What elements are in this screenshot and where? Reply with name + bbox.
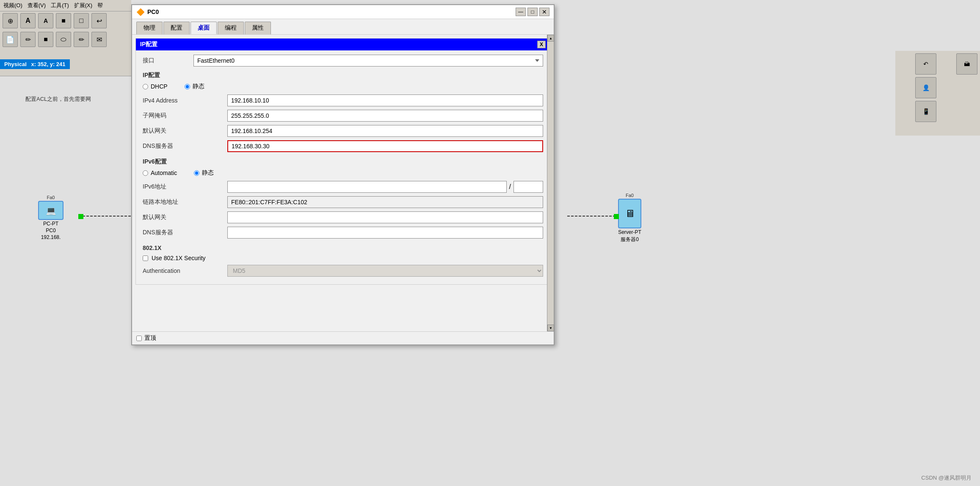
ipv4-input[interactable]	[227, 94, 543, 106]
menu-tools[interactable]: 工具(T)	[51, 2, 69, 9]
toolbar-btn-doc[interactable]: 📄	[3, 32, 18, 47]
ipv6-auto-option[interactable]: Automatic	[143, 169, 177, 176]
tab-config[interactable]: 配置	[163, 22, 190, 34]
subnet-input[interactable]	[227, 110, 543, 122]
toolbar-btn-a1[interactable]: A	[20, 13, 36, 28]
rt-btn-1[interactable]: ↶	[915, 53, 936, 75]
pc-node[interactable]: Fa0 💻 PC-PT PC0 192.168.	[38, 195, 63, 240]
pc-port-label: Fa0	[47, 195, 55, 200]
toolbar-btn-network[interactable]: ⊕	[3, 13, 18, 28]
ip-radio-row: DHCP 静态	[143, 83, 543, 90]
dialog-footer: 置顶	[132, 331, 554, 344]
toolbar-btn-pen2[interactable]: ✏	[74, 32, 89, 47]
rt-btn-3[interactable]: 📱	[915, 101, 936, 122]
menu-extend[interactable]: 扩展(X)	[74, 2, 92, 9]
minimize-button[interactable]: —	[516, 8, 526, 16]
maximize-button[interactable]: □	[527, 8, 538, 16]
ipv6-addr-input[interactable]	[227, 181, 507, 193]
server-node[interactable]: Fa0 🖥 Server-PT 服务器0	[618, 193, 641, 243]
rt-btn-2[interactable]: 👤	[915, 77, 936, 98]
ipv6-slash: /	[509, 183, 511, 191]
dot1x-checkbox[interactable]	[143, 255, 148, 261]
ipv6-link-input	[227, 196, 543, 208]
scrollbar-up-button[interactable]: ▲	[547, 35, 554, 42]
ipv6-gateway-input[interactable]	[227, 211, 543, 223]
tab-properties[interactable]: 属性	[245, 22, 271, 34]
dhcp-radio[interactable]	[143, 84, 148, 89]
pc-label2: PC0	[46, 228, 55, 233]
menu-video[interactable]: 视频(O)	[3, 2, 22, 9]
auth-label: Authentication	[143, 267, 227, 274]
toolbar-btn-rect[interactable]: □	[74, 13, 89, 28]
server-label2: 服务器0	[621, 236, 639, 243]
auth-row: Authentication MD5	[143, 265, 543, 277]
toolbar-btn-pen[interactable]: ✏	[20, 32, 36, 47]
ipv6-link-label: 链路本地地址	[143, 198, 227, 206]
dns-label: DNS服务器	[143, 142, 227, 150]
window-controls: — □ ✕	[516, 8, 549, 16]
tab-desktop[interactable]: 桌面	[190, 22, 217, 34]
toolbar-btn-a2[interactable]: A	[38, 13, 53, 28]
ipv6-link-row: 链路本地地址	[143, 196, 543, 208]
close-button[interactable]: ✕	[539, 8, 549, 16]
rt-btn-4[interactable]: 🏔	[956, 53, 977, 75]
server-port-label: Fa0	[626, 193, 634, 198]
toolbar-btn-square[interactable]: ■	[56, 13, 71, 28]
ipv6-auto-radio[interactable]	[143, 170, 148, 176]
gateway-label: 默认网关	[143, 127, 227, 135]
dialog-tabs: 物理 配置 桌面 编程 属性	[132, 19, 554, 35]
interface-row: 接口 FastEthernet0	[143, 55, 543, 67]
toolbar-btn-fill[interactable]: ■	[38, 32, 53, 47]
footer-checkbox-row: 置顶	[136, 334, 156, 342]
toolbar-btn-undo[interactable]: ↩	[91, 13, 107, 28]
pin-top-checkbox[interactable]	[136, 336, 142, 341]
static-radio[interactable]	[185, 84, 190, 89]
menu-help[interactable]: 帮	[97, 2, 103, 9]
ipv4-label: IPv4 Address	[143, 97, 227, 104]
ipv6-dns-label: DNS服务器	[143, 229, 227, 236]
tab-programming[interactable]: 编程	[218, 22, 244, 34]
scrollbar-down-button[interactable]: ▼	[547, 325, 554, 331]
toolbar-btn-mail[interactable]: ✉	[91, 32, 107, 47]
ipv6-addr-row: IPv6地址 /	[143, 181, 543, 193]
gateway-input[interactable]	[227, 125, 543, 137]
ipv6-static-option[interactable]: 静态	[194, 169, 214, 177]
dns-input[interactable]	[227, 140, 543, 152]
toolbar-row-1: ⊕ A A ■ □ ↩	[0, 11, 131, 30]
static-option[interactable]: 静态	[185, 83, 204, 90]
pc-icon: 💻	[38, 201, 63, 220]
ipv6-dns-input[interactable]	[227, 227, 543, 239]
dhcp-option[interactable]: DHCP	[143, 83, 168, 90]
ipv6-static-radio[interactable]	[194, 170, 199, 176]
gateway-row: 默认网关	[143, 125, 543, 137]
config-close-button[interactable]: X	[537, 41, 546, 48]
tab-physical[interactable]: 物理	[136, 22, 163, 34]
dialog-window: 🔶 PC0 — □ ✕ 物理 配置 桌面 编程 属性 IP配置 X	[131, 4, 555, 345]
dialog-content: IP配置 X 接口 FastEthernet0 IP配置	[132, 35, 554, 331]
status-physical: Physical	[4, 61, 27, 67]
toolbar-row-2: 📄 ✏ ■ ⬭ ✏ ✉	[0, 30, 131, 49]
watermark: CSDN @遂风群明月	[921, 474, 972, 482]
connection-dot-right	[614, 214, 619, 219]
ip-config-panel: IP配置 X 接口 FastEthernet0 IP配置	[135, 38, 550, 285]
dot1x-checkbox-row: Use 802.1X Security	[143, 255, 543, 261]
dialog-scrollbar[interactable]: ▲ ▼	[547, 35, 554, 331]
menu-view[interactable]: 查看(V)	[28, 2, 46, 9]
ipv6-dns-row: DNS服务器	[143, 227, 543, 239]
dhcp-label: DHCP	[151, 83, 168, 90]
connection-dot-left	[78, 214, 83, 219]
ipv6-prefix-input[interactable]	[513, 181, 543, 193]
auth-select[interactable]: MD5	[227, 265, 543, 277]
subnet-row: 子网掩码	[143, 110, 543, 122]
ipv6-gateway-label: 默认网关	[143, 214, 227, 221]
dot1x-section-title: 802.1X	[143, 244, 543, 251]
dns-row: DNS服务器	[143, 140, 543, 152]
toolbar-btn-oval[interactable]: ⬭	[56, 32, 71, 47]
interface-select[interactable]: FastEthernet0	[193, 55, 543, 67]
dialog-title-text: PC0	[147, 8, 159, 15]
config-body: 接口 FastEthernet0 IP配置 DHCP	[136, 50, 550, 284]
ipv6-addr-label: IPv6地址	[143, 183, 227, 191]
static-label: 静态	[193, 83, 204, 90]
toolbar-area: 视频(O) 查看(V) 工具(T) 扩展(X) 帮 ⊕ A A ■ □ ↩ 📄 …	[0, 0, 131, 76]
ip-section-title: IP配置	[143, 72, 543, 79]
